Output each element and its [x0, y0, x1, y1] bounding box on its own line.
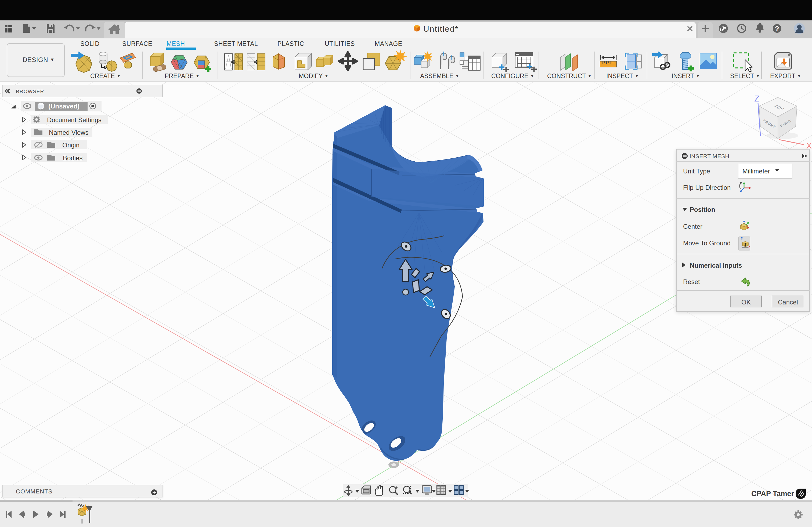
svg-text:Z: Z [754, 94, 759, 103]
svg-text:?: ? [775, 25, 779, 33]
